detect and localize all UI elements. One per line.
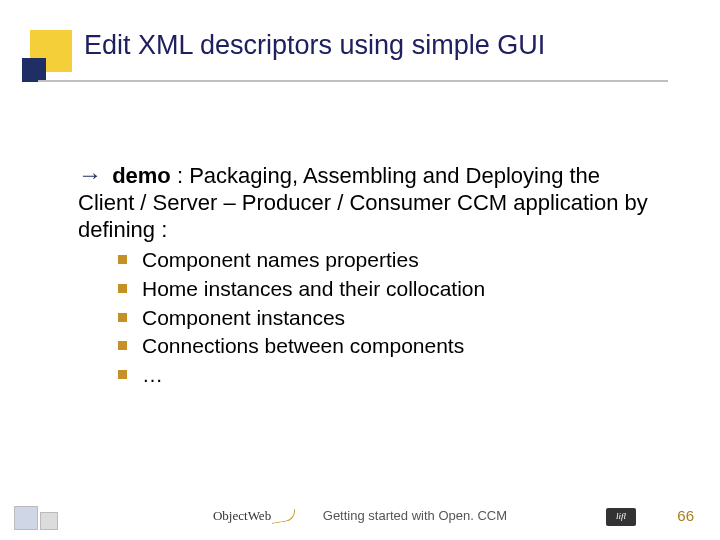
list-item: Component instances [118,305,648,331]
page-number: 66 [677,507,694,524]
swoosh-icon [271,509,297,523]
demo-label: demo [112,163,171,188]
list-item: Component names properties [118,247,648,273]
list-item-text: … [142,363,163,386]
title-rule [38,80,668,82]
lifl-logo: lifl [606,508,636,526]
objectweb-logo: ObjectWeb [213,506,297,524]
slide-body: → demo : Packaging, Assembling and Deplo… [78,160,648,391]
list-item: Connections between components [118,333,648,359]
list-item-text: Connections between components [142,334,464,357]
list-item-text: Home instances and their collocation [142,277,485,300]
footer: ObjectWeb Getting started with Open. CCM… [0,490,720,530]
arrow-icon: → [78,161,102,188]
list-item-text: Component names properties [142,248,419,271]
demo-paragraph: → demo : Packaging, Assembling and Deplo… [78,160,648,243]
title-accent-navy [22,58,46,82]
list-item-text: Component instances [142,306,345,329]
bullet-list: Component names properties Home instance… [118,247,648,387]
objectweb-logo-text: ObjectWeb [213,508,271,523]
footer-caption: Getting started with Open. CCM [323,508,507,523]
slide-title: Edit XML descriptors using simple GUI [84,30,545,61]
list-item: Home instances and their collocation [118,276,648,302]
slide: Edit XML descriptors using simple GUI → … [0,0,720,540]
lifl-logo-text: lifl [606,511,636,521]
list-item: … [118,362,648,388]
